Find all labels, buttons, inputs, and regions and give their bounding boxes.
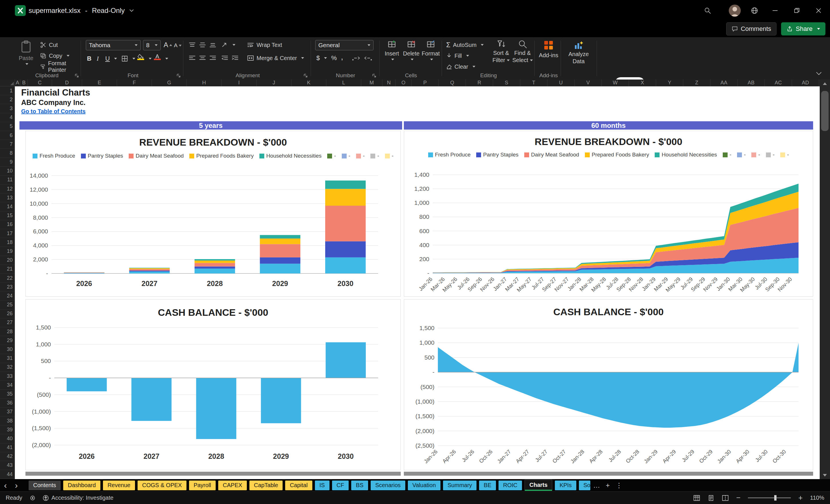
minimize-button[interactable] [766, 0, 784, 21]
column-header-B[interactable]: B [20, 80, 28, 86]
row-header-30[interactable]: 30 [0, 345, 14, 354]
column-header-I[interactable]: I [222, 80, 257, 86]
page-layout-view-icon[interactable] [708, 495, 714, 501]
chart-revenue-breakdown-5-years[interactable]: REVENUE BREAKDOWN - $'000 Fresh ProduceP… [26, 131, 401, 296]
row-header-6[interactable]: 6 [0, 131, 14, 140]
page-break-view-icon[interactable] [722, 495, 729, 501]
column-header-Y[interactable]: Y [656, 80, 683, 86]
borders-button[interactable] [121, 54, 135, 63]
row-header-31[interactable]: 31 [0, 354, 14, 363]
sheet-tab-roic[interactable]: ROIC [499, 480, 522, 490]
column-header-F[interactable]: F [117, 80, 152, 86]
alignment-dialog-launcher[interactable] [303, 73, 308, 78]
scroll-down-arrow[interactable] [820, 471, 830, 479]
row-header-4[interactable]: 4 [0, 113, 14, 122]
column-header-AB[interactable]: AB [738, 80, 765, 86]
format-cells-button[interactable]: Format [422, 40, 440, 60]
align-bottom-button[interactable] [210, 41, 216, 49]
column-header-AC[interactable]: AC [765, 80, 792, 86]
row-header-12[interactable]: 12 [0, 185, 14, 193]
vertical-scroll-thumb[interactable] [821, 91, 829, 131]
select-all-corner[interactable] [0, 80, 15, 86]
row-header-37[interactable]: 37 [0, 408, 14, 416]
column-header-A[interactable]: A [15, 80, 20, 86]
row-header-20[interactable]: 20 [0, 256, 14, 265]
row-header-33[interactable]: 33 [0, 372, 14, 381]
underline-button[interactable]: U [105, 54, 117, 63]
column-header-H[interactable]: H [187, 80, 222, 86]
close-button[interactable] [809, 0, 828, 21]
sheet-tab-captable[interactable]: CapTable [249, 480, 283, 490]
scroll-up-arrow[interactable] [820, 80, 830, 88]
delete-cells-button[interactable]: Delete [402, 40, 420, 60]
autosum-button[interactable]: Σ AutoSum [446, 41, 484, 49]
new-sheet-button[interactable]: + [603, 481, 613, 490]
column-header-V[interactable]: V [575, 80, 602, 86]
row-header-42[interactable]: 42 [0, 452, 14, 461]
wrap-text-button[interactable]: Wrap Text [247, 41, 282, 49]
column-header-K[interactable]: K [291, 80, 326, 86]
column-header-O[interactable]: O [395, 80, 412, 86]
normal-view-icon[interactable] [693, 495, 700, 501]
font-size-select[interactable]: 8 [143, 40, 161, 50]
row-header-18[interactable]: 18 [0, 238, 14, 247]
chart-revenue-breakdown-60-months[interactable]: REVENUE BREAKDOWN - $'000 Fresh ProduceP… [404, 131, 813, 296]
toc-link[interactable]: Go to Table of Contents [21, 108, 86, 115]
zoom-out-button[interactable]: − [736, 494, 740, 502]
sheet-tab-summary[interactable]: Summary [443, 480, 477, 490]
row-header-25[interactable]: 25 [0, 301, 14, 310]
paste-button[interactable]: Paste [15, 40, 37, 65]
column-header-X[interactable]: X [629, 80, 656, 86]
row-header-19[interactable]: 19 [0, 247, 14, 256]
column-header-D[interactable]: D [52, 80, 82, 86]
number-dialog-launcher[interactable] [372, 73, 377, 78]
clear-button[interactable]: Clear [446, 62, 475, 71]
row-header-35[interactable]: 35 [0, 389, 14, 399]
tabs-scroll-left[interactable]: ‹ [0, 479, 11, 492]
column-header-U[interactable]: U [547, 80, 575, 86]
increase-indent-button[interactable] [232, 54, 238, 62]
web-version-button[interactable] [745, 0, 764, 21]
row-header-21[interactable]: 21 [0, 265, 14, 274]
align-middle-button[interactable] [199, 41, 206, 49]
sheet-tab-capex[interactable]: CAPEX [218, 480, 247, 490]
row-header-24[interactable]: 24 [0, 291, 14, 300]
find-select-button[interactable]: Find &Select [513, 39, 533, 63]
row-header-22[interactable]: 22 [0, 274, 14, 283]
font-name-select[interactable]: Tahoma [86, 40, 141, 50]
column-header-AA[interactable]: AA [710, 80, 738, 86]
sheet-tab-charts[interactable]: Charts [524, 480, 552, 491]
analyze-data-button[interactable]: AnalyzeData [565, 40, 592, 65]
row-header-27[interactable]: 27 [0, 318, 14, 327]
column-header-L[interactable]: L [326, 80, 361, 86]
align-top-button[interactable] [189, 41, 196, 49]
row-header-29[interactable]: 29 [0, 336, 14, 345]
percent-style-button[interactable]: % [331, 54, 337, 62]
row-header-14[interactable]: 14 [0, 202, 14, 211]
restore-button[interactable] [788, 0, 806, 21]
sheet-tab-be[interactable]: BE [479, 480, 496, 490]
decrease-font-size-button[interactable]: A [174, 41, 182, 50]
more-sheets-button[interactable]: … [590, 481, 603, 490]
tabs-scroll-right[interactable]: › [11, 479, 22, 492]
column-header-P[interactable]: P [412, 80, 439, 86]
row-header-16[interactable]: 16 [0, 220, 14, 229]
decrease-indent-button[interactable] [221, 54, 228, 62]
format-painter-button[interactable]: Format Painter [40, 62, 81, 71]
align-center-button[interactable] [199, 54, 206, 62]
cut-button[interactable]: Cut [40, 41, 58, 49]
column-header-S[interactable]: S [493, 80, 520, 86]
zoom-level[interactable]: 110% [810, 495, 824, 501]
accounting-format-button[interactable]: $ [316, 54, 327, 62]
row-header-13[interactable]: 13 [0, 193, 14, 202]
addins-button[interactable]: Add-ins [538, 40, 559, 59]
sheet-tab-contents[interactable]: Contents [29, 480, 61, 490]
document-title[interactable]: supermarket.xlsx - Read-Only [29, 0, 134, 21]
row-header-38[interactable]: 38 [0, 416, 14, 426]
chart-cash-balance-60-months[interactable]: CASH BALANCE - $'000 (2,500)(2,000)(1,50… [404, 299, 813, 470]
macro-record-icon[interactable] [30, 495, 35, 501]
column-header-W[interactable]: W [602, 80, 629, 86]
accessibility-status[interactable]: Accessibility: Investigate [43, 495, 114, 501]
sheet-tab-dashboard[interactable]: Dashboard [63, 480, 100, 490]
column-header-T[interactable]: T [520, 80, 547, 86]
